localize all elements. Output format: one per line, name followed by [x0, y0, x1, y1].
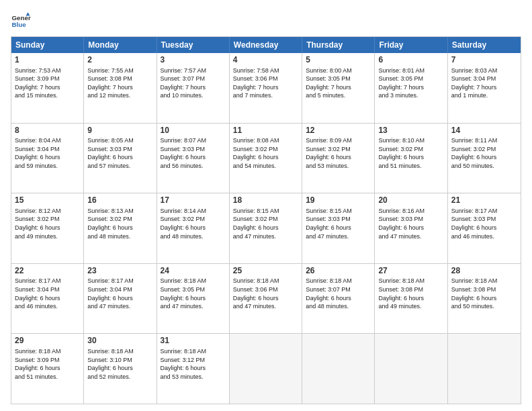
day-info: Sunrise: 8:18 AM Sunset: 3:09 PM Dayligh… — [15, 347, 80, 381]
day-cell-12: 12Sunrise: 8:09 AM Sunset: 3:02 PM Dayli… — [302, 124, 375, 193]
day-cell-25: 25Sunrise: 8:18 AM Sunset: 3:06 PM Dayli… — [230, 264, 302, 334]
day-info: Sunrise: 8:01 AM Sunset: 3:05 PM Dayligh… — [378, 66, 443, 100]
page: General Blue SundayMondayTuesdayWednesda… — [0, 0, 532, 411]
day-number: 2 — [87, 55, 152, 66]
day-number: 18 — [233, 195, 298, 206]
day-cell-14: 14Sunrise: 8:11 AM Sunset: 3:02 PM Dayli… — [448, 124, 521, 193]
day-number: 25 — [233, 266, 298, 277]
day-number: 24 — [161, 266, 226, 277]
weekday-header-saturday: Saturday — [448, 37, 521, 53]
weekday-header-monday: Monday — [84, 37, 157, 53]
day-cell-26: 26Sunrise: 8:18 AM Sunset: 3:07 PM Dayli… — [302, 264, 375, 334]
day-info: Sunrise: 8:18 AM Sunset: 3:06 PM Dayligh… — [233, 277, 298, 310]
calendar-row-2: 8Sunrise: 8:04 AM Sunset: 3:04 PM Daylig… — [11, 123, 521, 193]
calendar-row-3: 15Sunrise: 8:12 AM Sunset: 3:02 PM Dayli… — [11, 193, 521, 263]
day-info: Sunrise: 8:18 AM Sunset: 3:12 PM Dayligh… — [161, 347, 226, 381]
day-number: 26 — [306, 266, 371, 277]
day-number: 27 — [378, 266, 443, 277]
day-info: Sunrise: 8:14 AM Sunset: 3:02 PM Dayligh… — [161, 207, 226, 240]
day-info: Sunrise: 8:09 AM Sunset: 3:02 PM Dayligh… — [306, 136, 371, 170]
weekday-header-tuesday: Tuesday — [157, 37, 230, 53]
day-info: Sunrise: 7:58 AM Sunset: 3:06 PM Dayligh… — [233, 66, 298, 100]
weekday-header-sunday: Sunday — [11, 37, 84, 53]
day-info: Sunrise: 7:57 AM Sunset: 3:07 PM Dayligh… — [161, 66, 226, 100]
day-cell-19: 19Sunrise: 8:15 AM Sunset: 3:03 PM Dayli… — [302, 193, 375, 263]
day-info: Sunrise: 7:53 AM Sunset: 3:09 PM Dayligh… — [15, 66, 80, 100]
day-number: 11 — [233, 126, 298, 136]
day-cell-17: 17Sunrise: 8:14 AM Sunset: 3:02 PM Dayli… — [157, 193, 230, 263]
day-info: Sunrise: 8:18 AM Sunset: 3:10 PM Dayligh… — [87, 347, 152, 381]
calendar: SundayMondayTuesdayWednesdayThursdayFrid… — [11, 36, 521, 404]
day-cell-30: 30Sunrise: 8:18 AM Sunset: 3:10 PM Dayli… — [84, 334, 157, 404]
weekday-header-friday: Friday — [375, 37, 447, 53]
day-info: Sunrise: 8:07 AM Sunset: 3:03 PM Dayligh… — [161, 136, 226, 170]
day-info: Sunrise: 8:15 AM Sunset: 3:03 PM Dayligh… — [306, 207, 371, 240]
day-cell-9: 9Sunrise: 8:05 AM Sunset: 3:03 PM Daylig… — [84, 124, 157, 193]
day-cell-18: 18Sunrise: 8:15 AM Sunset: 3:02 PM Dayli… — [230, 193, 302, 263]
calendar-header: SundayMondayTuesdayWednesdayThursdayFrid… — [11, 37, 521, 53]
day-number: 14 — [451, 126, 517, 136]
day-cell-1: 1Sunrise: 7:53 AM Sunset: 3:09 PM Daylig… — [11, 53, 84, 123]
day-cell-20: 20Sunrise: 8:16 AM Sunset: 3:03 PM Dayli… — [375, 193, 447, 263]
day-number: 6 — [378, 55, 443, 66]
day-number: 28 — [451, 266, 517, 277]
day-info: Sunrise: 8:18 AM Sunset: 3:07 PM Dayligh… — [306, 277, 371, 310]
day-number: 3 — [161, 55, 226, 66]
day-info: Sunrise: 8:17 AM Sunset: 3:04 PM Dayligh… — [87, 277, 152, 310]
day-info: Sunrise: 8:15 AM Sunset: 3:02 PM Dayligh… — [233, 207, 298, 240]
day-number: 10 — [161, 126, 226, 136]
day-number: 21 — [451, 195, 517, 206]
day-number: 20 — [378, 195, 443, 206]
day-info: Sunrise: 8:18 AM Sunset: 3:05 PM Dayligh… — [161, 277, 226, 310]
day-info: Sunrise: 8:11 AM Sunset: 3:02 PM Dayligh… — [451, 136, 517, 170]
logo: General Blue — [11, 11, 31, 31]
day-info: Sunrise: 8:05 AM Sunset: 3:03 PM Dayligh… — [87, 136, 152, 170]
day-number: 19 — [306, 195, 371, 206]
day-cell-16: 16Sunrise: 8:13 AM Sunset: 3:02 PM Dayli… — [84, 193, 157, 263]
day-number: 5 — [306, 55, 371, 66]
calendar-row-4: 22Sunrise: 8:17 AM Sunset: 3:04 PM Dayli… — [11, 263, 521, 334]
day-number: 22 — [15, 266, 80, 277]
day-number: 29 — [15, 336, 80, 347]
day-cell-27: 27Sunrise: 8:18 AM Sunset: 3:08 PM Dayli… — [375, 264, 447, 334]
day-cell-2: 2Sunrise: 7:55 AM Sunset: 3:08 PM Daylig… — [84, 53, 157, 123]
day-info: Sunrise: 8:08 AM Sunset: 3:02 PM Dayligh… — [233, 136, 298, 170]
weekday-header-wednesday: Wednesday — [230, 37, 302, 53]
day-number: 8 — [15, 126, 80, 136]
day-cell-8: 8Sunrise: 8:04 AM Sunset: 3:04 PM Daylig… — [11, 124, 84, 193]
day-info: Sunrise: 8:12 AM Sunset: 3:02 PM Dayligh… — [15, 207, 80, 240]
calendar-body: 1Sunrise: 7:53 AM Sunset: 3:09 PM Daylig… — [11, 53, 521, 404]
day-number: 30 — [87, 336, 152, 347]
calendar-row-1: 1Sunrise: 7:53 AM Sunset: 3:09 PM Daylig… — [11, 53, 521, 123]
day-info: Sunrise: 8:04 AM Sunset: 3:04 PM Dayligh… — [15, 136, 80, 170]
day-info: Sunrise: 8:16 AM Sunset: 3:03 PM Dayligh… — [378, 207, 443, 240]
weekday-header-thursday: Thursday — [302, 37, 375, 53]
day-info: Sunrise: 8:17 AM Sunset: 3:04 PM Dayligh… — [15, 277, 80, 310]
header: General Blue — [11, 11, 521, 31]
day-number: 23 — [87, 266, 152, 277]
day-info: Sunrise: 8:18 AM Sunset: 3:08 PM Dayligh… — [378, 277, 443, 310]
empty-cell — [302, 334, 375, 404]
day-cell-7: 7Sunrise: 8:03 AM Sunset: 3:04 PM Daylig… — [448, 53, 521, 123]
day-number: 7 — [451, 55, 517, 66]
day-info: Sunrise: 8:00 AM Sunset: 3:05 PM Dayligh… — [306, 66, 371, 100]
day-cell-3: 3Sunrise: 7:57 AM Sunset: 3:07 PM Daylig… — [157, 53, 230, 123]
day-cell-23: 23Sunrise: 8:17 AM Sunset: 3:04 PM Dayli… — [84, 264, 157, 334]
day-cell-5: 5Sunrise: 8:00 AM Sunset: 3:05 PM Daylig… — [302, 53, 375, 123]
logo-icon: General Blue — [11, 11, 31, 31]
day-info: Sunrise: 8:13 AM Sunset: 3:02 PM Dayligh… — [87, 207, 152, 240]
day-info: Sunrise: 8:03 AM Sunset: 3:04 PM Dayligh… — [451, 66, 517, 100]
day-number: 17 — [161, 195, 226, 206]
day-number: 15 — [15, 195, 80, 206]
day-cell-10: 10Sunrise: 8:07 AM Sunset: 3:03 PM Dayli… — [157, 124, 230, 193]
day-cell-15: 15Sunrise: 8:12 AM Sunset: 3:02 PM Dayli… — [11, 193, 84, 263]
day-cell-4: 4Sunrise: 7:58 AM Sunset: 3:06 PM Daylig… — [230, 53, 302, 123]
day-cell-21: 21Sunrise: 8:17 AM Sunset: 3:03 PM Dayli… — [448, 193, 521, 263]
day-cell-22: 22Sunrise: 8:17 AM Sunset: 3:04 PM Dayli… — [11, 264, 84, 334]
day-cell-24: 24Sunrise: 8:18 AM Sunset: 3:05 PM Dayli… — [157, 264, 230, 334]
empty-cell — [230, 334, 302, 404]
day-number: 4 — [233, 55, 298, 66]
day-number: 16 — [87, 195, 152, 206]
day-number: 13 — [378, 126, 443, 136]
empty-cell — [375, 334, 447, 404]
